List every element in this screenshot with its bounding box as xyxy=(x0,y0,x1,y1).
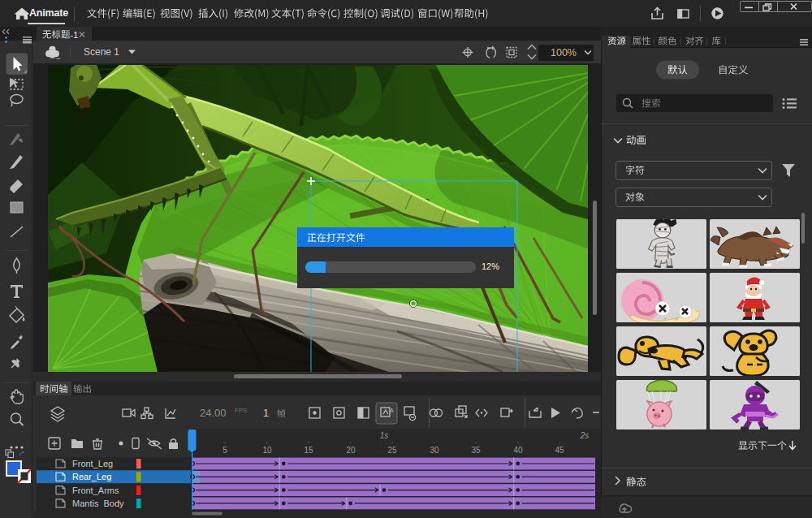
svg-text:10: 10 xyxy=(262,446,272,455)
svg-text:5: 5 xyxy=(222,446,227,455)
svg-text:2s: 2s xyxy=(580,431,590,440)
svg-text:25: 25 xyxy=(387,446,397,455)
svg-text:35: 35 xyxy=(471,446,481,455)
svg-text:40: 40 xyxy=(513,446,523,455)
svg-text:100%: 100% xyxy=(551,47,577,58)
svg-text:20: 20 xyxy=(346,446,356,455)
svg-text:-1: -1 xyxy=(71,30,79,40)
svg-text:FPS: FPS xyxy=(235,407,248,414)
svg-text:1s: 1s xyxy=(380,431,389,440)
svg-text:15: 15 xyxy=(304,446,313,455)
svg-text:45: 45 xyxy=(555,446,564,455)
svg-text:24.00: 24.00 xyxy=(200,407,227,419)
svg-text:1: 1 xyxy=(263,407,269,419)
svg-text:A: A xyxy=(390,408,394,413)
svg-text:30: 30 xyxy=(430,446,439,455)
